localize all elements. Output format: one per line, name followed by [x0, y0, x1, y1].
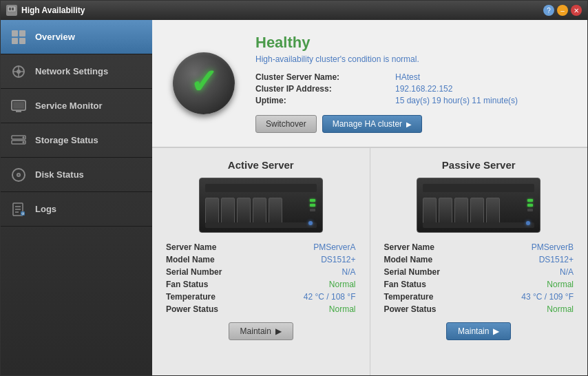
- light-3: [310, 209, 315, 211]
- server-lights: [310, 199, 315, 211]
- passive-server-lights: [527, 199, 533, 211]
- active-serial-label: Serial Number: [166, 267, 260, 277]
- passive-light-3: [527, 209, 533, 211]
- passive-fan-label: Fan Status: [384, 280, 479, 289]
- status-info: Healthy High-availability cluster's cond…: [255, 34, 567, 133]
- server-slots: [205, 198, 282, 224]
- passive-model-name-value: DS1512+: [483, 255, 574, 264]
- active-serial-value: N/A: [266, 267, 356, 277]
- active-power-value: Normal: [266, 304, 356, 314]
- passive-slot-3: [454, 198, 468, 224]
- svg-point-18: [23, 136, 25, 138]
- help-button[interactable]: ?: [543, 5, 554, 16]
- checkmark-icon: ✓: [189, 65, 218, 99]
- uptime-value: 15 day(s) 19 hour(s) 11 minute(s): [395, 96, 567, 105]
- passive-serial-label: Serial Number: [384, 267, 479, 277]
- slot-1: [205, 198, 219, 224]
- passive-temp-label: Temperature: [384, 292, 479, 302]
- active-maintain-label: Maintain: [240, 326, 271, 336]
- window-title: High Availability: [21, 6, 85, 15]
- main-layout: Overview Network Settings: [1, 20, 587, 375]
- cluster-server-name-label: Cluster Server Name:: [255, 72, 388, 82]
- svg-rect-5: [19, 30, 25, 36]
- light-1: [310, 199, 315, 202]
- active-power-label: Power Status: [166, 304, 260, 314]
- passive-slot-4: [470, 198, 484, 224]
- window-controls: ? – ✕: [543, 5, 582, 16]
- servers-panel: Active Server: [152, 148, 587, 375]
- sidebar-item-disk-status[interactable]: Disk Status: [1, 158, 152, 192]
- network-settings-icon: [9, 62, 28, 81]
- passive-power-label: Power Status: [384, 304, 479, 314]
- overview-panel: ✓ Healthy High-availability cluster's co…: [152, 20, 587, 148]
- action-buttons: Switchover Manage HA cluster ▶: [255, 115, 567, 133]
- passive-server-name-value: PMServerB: [483, 242, 574, 252]
- disk-status-icon: [9, 165, 28, 185]
- logs-icon: ⚙: [9, 200, 28, 219]
- passive-maintain-button[interactable]: Maintain ▶: [446, 322, 511, 340]
- sidebar-item-storage-status[interactable]: Storage Status: [1, 123, 152, 158]
- active-server-name-value: PMServerA: [266, 242, 356, 252]
- passive-maintain-arrow: ▶: [493, 326, 499, 336]
- passive-model-name-label: Model Name: [384, 255, 479, 264]
- slot-3: [237, 198, 251, 224]
- svg-rect-13: [13, 102, 24, 109]
- cluster-ip-value: 192.168.22.152: [395, 84, 567, 94]
- sidebar-item-logs[interactable]: ⚙ Logs: [1, 192, 152, 227]
- overview-icon: [9, 28, 28, 47]
- passive-slot-2: [439, 198, 452, 224]
- sidebar-disk-label: Disk Status: [35, 169, 84, 180]
- active-maintain-button[interactable]: Maintain ▶: [229, 322, 293, 340]
- svg-rect-1: [9, 8, 11, 10]
- app-icon: [6, 5, 17, 16]
- svg-rect-4: [12, 30, 18, 36]
- health-status-icon: ✓: [173, 52, 235, 114]
- manage-arrow-icon: ▶: [406, 121, 412, 128]
- sidebar-item-network-settings[interactable]: Network Settings: [1, 54, 152, 89]
- minimize-button[interactable]: –: [557, 5, 568, 16]
- cluster-info-grid: Cluster Server Name: HAtest Cluster IP A…: [255, 72, 567, 105]
- passive-server-name-label: Server Name: [384, 242, 479, 252]
- health-title: Healthy: [255, 34, 567, 52]
- manage-ha-button[interactable]: Manage HA cluster ▶: [322, 115, 422, 133]
- active-maintain-arrow: ▶: [275, 326, 282, 336]
- passive-server-title: Passive Server: [384, 159, 574, 171]
- passive-server-image: [417, 178, 540, 233]
- active-server-name-label: Server Name: [166, 242, 260, 252]
- sidebar-item-service-monitor[interactable]: Service Monitor: [1, 89, 152, 123]
- main-window: High Availability ? – ✕ Overview: [0, 0, 588, 376]
- passive-server-section: Passive Server: [370, 148, 588, 375]
- sidebar-service-label: Service Monitor: [35, 101, 103, 111]
- sidebar: Overview Network Settings: [1, 20, 152, 375]
- uptime-label: Uptime:: [255, 96, 388, 105]
- passive-serial-value: N/A: [483, 267, 574, 277]
- svg-point-19: [23, 141, 25, 143]
- passive-slot-1: [423, 198, 437, 224]
- active-temp-label: Temperature: [166, 292, 260, 302]
- svg-rect-6: [12, 38, 18, 44]
- active-server-image: [199, 178, 323, 233]
- titlebar: High Availability ? – ✕: [1, 1, 587, 20]
- active-server-title: Active Server: [166, 159, 356, 171]
- close-button[interactable]: ✕: [571, 5, 582, 16]
- switchover-button[interactable]: Switchover: [255, 115, 317, 133]
- passive-temp-value: 43 °C / 109 °F: [483, 292, 574, 302]
- sidebar-overview-label: Overview: [35, 32, 75, 42]
- server-dot: [308, 221, 313, 225]
- cluster-server-name-value: HAtest: [395, 72, 567, 82]
- service-monitor-icon: [9, 96, 28, 116]
- storage-status-icon: [9, 131, 28, 150]
- cluster-ip-label: Cluster IP Address:: [255, 84, 388, 94]
- passive-server-info: Server Name PMServerB Model Name DS1512+…: [384, 242, 574, 314]
- sidebar-storage-label: Storage Status: [35, 135, 98, 145]
- active-temp-value: 42 °C / 108 °F: [266, 292, 356, 302]
- passive-fan-value: Normal: [483, 280, 574, 289]
- sidebar-network-label: Network Settings: [35, 66, 108, 76]
- server-bottom: [205, 222, 317, 228]
- active-server-info: Server Name PMServerA Model Name DS1512+…: [166, 242, 356, 314]
- manage-ha-label: Manage HA cluster: [333, 119, 402, 129]
- active-server-footer: Maintain ▶: [166, 322, 356, 340]
- passive-server-slots: [423, 198, 500, 224]
- passive-server-bottom: [423, 222, 534, 228]
- sidebar-item-overview[interactable]: Overview: [1, 20, 152, 54]
